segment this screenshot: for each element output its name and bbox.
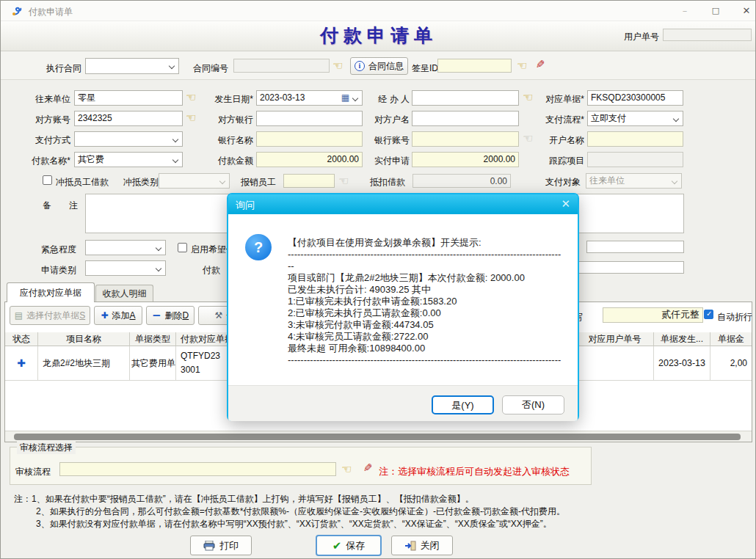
col-status: 状态 [5,332,38,346]
account-name-label: 开户名称 [534,134,584,147]
hand-picker-icon[interactable]: ☜ [523,92,533,103]
hammer-icon: ⚒ [215,310,223,321]
handler-field[interactable] [412,90,519,106]
pay-method-select[interactable] [74,131,183,147]
no-button[interactable]: 否(N) [502,395,564,414]
contract-no-field[interactable] [233,59,330,73]
row-status-cell[interactable]: ✚ [5,346,38,381]
row-doc-date-cell[interactable]: 2023-03-13 [654,346,710,381]
doc-no-field[interactable]: FKSQD230300005 [587,90,683,106]
bank-account-field[interactable] [412,131,519,147]
pay-flow-select[interactable]: 立即支付 [587,111,683,126]
other-bank-field[interactable] [256,111,363,126]
amount-caps-field[interactable]: 贰仟元整 [603,307,703,323]
pay-target-select[interactable]: 往来单位 [586,173,682,189]
review-flow-note: 注：选择审核流程后可自动发起进入审核状态 [379,465,570,478]
question-icon: ? [245,234,272,260]
check-icon: ✔ [332,539,342,552]
row-project-cell[interactable]: 龙鼎2#2地块三期 [38,346,130,381]
pay-amount-field[interactable]: 2000.00 [256,152,363,167]
sign-id-field[interactable] [437,59,512,73]
row-user-doc-cell[interactable] [576,346,654,381]
date-field[interactable]: 2023-03-13 ▦ [256,90,363,106]
counterparty-label: 往来单位 [14,93,70,106]
offset-loan-checkbox[interactable] [43,175,52,185]
other-name-field[interactable] [412,111,519,126]
info-icon: i [355,61,365,71]
sign-id-label: 签呈ID [412,62,438,75]
print-button[interactable]: 打印 [190,536,252,555]
close-button[interactable]: ✕ [735,4,756,18]
delete-row-button[interactable]: − 删除D [146,306,195,325]
date-label: 发生日期* [196,93,253,106]
exit-door-icon [405,541,416,551]
page-title: 付款申请单 [320,23,437,48]
deduct-loan-label: 抵扣借款 [370,176,405,189]
user-no-field[interactable] [663,29,752,41]
dialog-close-icon[interactable]: ✕ [561,197,570,211]
tab-payee-detail[interactable]: 收款人明细 [95,285,153,302]
remark-label: 备 注 [43,200,78,212]
yes-button[interactable]: 是(Y) [432,395,494,414]
urgency-select[interactable] [85,240,166,255]
close-form-button[interactable]: 关闭 [391,536,453,555]
bank-name-label: 银行名称 [196,134,253,147]
track-project-field[interactable] [587,152,683,167]
h-scrollbar[interactable] [5,431,752,442]
offset-type-select[interactable] [159,173,230,189]
h-scrollbar-thumb[interactable] [14,434,741,440]
apply-type-select[interactable] [85,260,166,276]
bank-account-label: 银行账号 [364,134,410,147]
pay-reason-field[interactable] [566,261,684,274]
contract-no-label: 合同编号 [193,62,228,75]
minus-icon: − [152,309,161,322]
dialog-message: 【付款项目在使用资金划拨单余额】开关提示:-------------------… [288,237,569,366]
app-icon [11,5,23,17]
hand-picker-icon[interactable]: ☜ [338,175,349,187]
other-account-field[interactable]: 2342325 [74,111,183,126]
hand-picker-icon[interactable]: ☜ [186,92,196,103]
tab-payable-docs[interactable]: 应付款对应单据 [7,282,95,302]
reimburse-emp-field[interactable] [283,174,335,188]
bank-name-field[interactable] [256,131,363,147]
printer-icon [203,541,215,551]
pencil-clear-icon[interactable]: ✎ [363,463,373,474]
select-pay-doc-button[interactable]: ▤ 选择付款单据S [10,306,90,325]
plus-status-icon: ✚ [17,357,26,369]
actual-pay-label: 实付申请 [364,155,410,167]
col-user-doc-no: 对应用户单号 [576,332,654,346]
other-name-label: 对方户名 [364,114,410,126]
col-doc-type: 单据类型 [130,332,176,346]
other-bank-label: 对方银行 [196,114,253,126]
actual-pay-field[interactable]: 2000.00 [412,152,519,167]
add-row-button[interactable]: ✚ 添加A [94,306,142,325]
maximize-button[interactable]: □ [704,4,727,18]
row-amount-cell[interactable]: 2,00 [710,346,752,381]
hope-date-checkbox[interactable] [178,243,187,252]
review-flow-field[interactable] [59,462,336,476]
hand-picker-icon[interactable]: ☜ [523,133,533,145]
hand-picker-icon[interactable]: ☜ [341,464,352,475]
col-doc-date: 单据发生... [654,332,710,346]
calendar-icon[interactable]: ▦ [341,93,349,102]
hand-picker-icon[interactable]: ☜ [186,112,196,124]
contract-info-button[interactable]: i 合同信息 [350,57,408,75]
hand-picker-icon[interactable]: ☜ [332,60,343,72]
account-name-field[interactable] [587,131,683,147]
chevron-down-icon [673,116,679,122]
auto-wrap-checkbox[interactable] [704,310,713,319]
save-button[interactable]: ✔ 保存 [316,535,382,556]
minimize-button[interactable]: – [673,4,697,18]
note-line-1: 注：1、如果在付款中要“报销员工借款”，请在【冲抵员工借款】上打钩，并填写好【报… [14,493,474,505]
pencil-clear-icon[interactable]: ✎ [536,59,545,70]
pay-name-select[interactable]: 其它费 [74,152,183,167]
counterparty-field[interactable]: 零星 [74,90,183,106]
hand-picker-icon[interactable]: ☜ [517,60,527,72]
hope-date-field[interactable] [586,241,684,253]
pay-method-label: 支付方式 [14,134,70,147]
row-doc-type-cell[interactable]: 其它费用单 [130,346,176,381]
deduct-loan-field[interactable]: 0.00 [412,174,511,188]
exec-contract-select[interactable] [85,58,179,74]
doc-no-label: 对应单据* [534,93,584,106]
col-doc-amount: 单据金 [710,332,752,346]
